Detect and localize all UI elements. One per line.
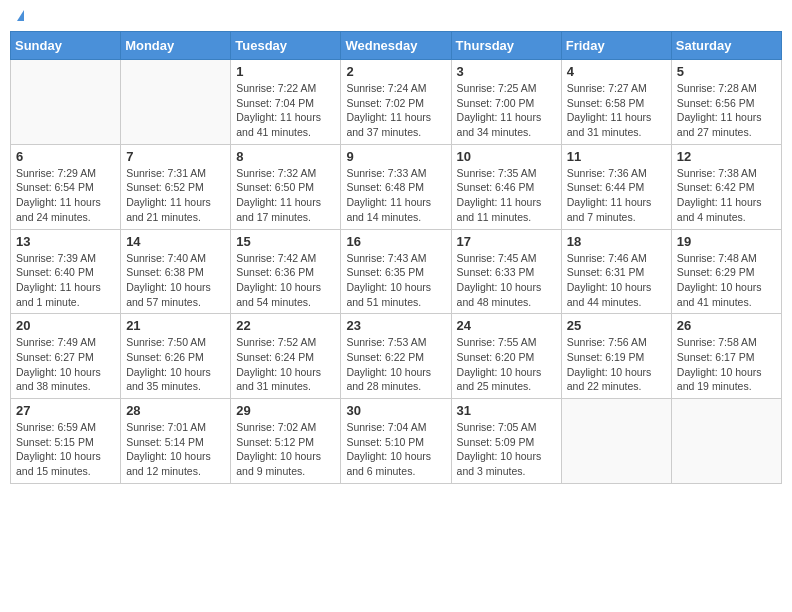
- calendar-week-row: 6Sunrise: 7:29 AM Sunset: 6:54 PM Daylig…: [11, 144, 782, 229]
- calendar-week-row: 27Sunrise: 6:59 AM Sunset: 5:15 PM Dayli…: [11, 399, 782, 484]
- day-info: Sunrise: 7:56 AM Sunset: 6:19 PM Dayligh…: [567, 335, 666, 394]
- day-info: Sunrise: 7:28 AM Sunset: 6:56 PM Dayligh…: [677, 81, 776, 140]
- calendar-cell: 1Sunrise: 7:22 AM Sunset: 7:04 PM Daylig…: [231, 60, 341, 145]
- day-info: Sunrise: 7:39 AM Sunset: 6:40 PM Dayligh…: [16, 251, 115, 310]
- day-number: 9: [346, 149, 445, 164]
- weekday-header-friday: Friday: [561, 32, 671, 60]
- day-number: 16: [346, 234, 445, 249]
- day-number: 23: [346, 318, 445, 333]
- day-info: Sunrise: 7:32 AM Sunset: 6:50 PM Dayligh…: [236, 166, 335, 225]
- weekday-header-row: SundayMondayTuesdayWednesdayThursdayFrid…: [11, 32, 782, 60]
- day-number: 27: [16, 403, 115, 418]
- day-number: 11: [567, 149, 666, 164]
- day-info: Sunrise: 7:55 AM Sunset: 6:20 PM Dayligh…: [457, 335, 556, 394]
- day-info: Sunrise: 7:40 AM Sunset: 6:38 PM Dayligh…: [126, 251, 225, 310]
- weekday-header-tuesday: Tuesday: [231, 32, 341, 60]
- day-number: 30: [346, 403, 445, 418]
- calendar-cell: 13Sunrise: 7:39 AM Sunset: 6:40 PM Dayli…: [11, 229, 121, 314]
- calendar-cell: 17Sunrise: 7:45 AM Sunset: 6:33 PM Dayli…: [451, 229, 561, 314]
- day-number: 18: [567, 234, 666, 249]
- calendar-cell: 6Sunrise: 7:29 AM Sunset: 6:54 PM Daylig…: [11, 144, 121, 229]
- calendar-cell: 31Sunrise: 7:05 AM Sunset: 5:09 PM Dayli…: [451, 399, 561, 484]
- day-info: Sunrise: 7:49 AM Sunset: 6:27 PM Dayligh…: [16, 335, 115, 394]
- calendar-cell: 15Sunrise: 7:42 AM Sunset: 6:36 PM Dayli…: [231, 229, 341, 314]
- calendar-week-row: 13Sunrise: 7:39 AM Sunset: 6:40 PM Dayli…: [11, 229, 782, 314]
- weekday-header-sunday: Sunday: [11, 32, 121, 60]
- day-info: Sunrise: 7:04 AM Sunset: 5:10 PM Dayligh…: [346, 420, 445, 479]
- day-number: 12: [677, 149, 776, 164]
- day-number: 7: [126, 149, 225, 164]
- calendar-cell: 22Sunrise: 7:52 AM Sunset: 6:24 PM Dayli…: [231, 314, 341, 399]
- calendar-cell: 19Sunrise: 7:48 AM Sunset: 6:29 PM Dayli…: [671, 229, 781, 314]
- day-info: Sunrise: 7:50 AM Sunset: 6:26 PM Dayligh…: [126, 335, 225, 394]
- day-number: 5: [677, 64, 776, 79]
- logo: [14, 10, 24, 23]
- day-number: 22: [236, 318, 335, 333]
- calendar-cell: 24Sunrise: 7:55 AM Sunset: 6:20 PM Dayli…: [451, 314, 561, 399]
- calendar-cell: 7Sunrise: 7:31 AM Sunset: 6:52 PM Daylig…: [121, 144, 231, 229]
- day-number: 20: [16, 318, 115, 333]
- day-number: 3: [457, 64, 556, 79]
- calendar-cell: 30Sunrise: 7:04 AM Sunset: 5:10 PM Dayli…: [341, 399, 451, 484]
- calendar-week-row: 20Sunrise: 7:49 AM Sunset: 6:27 PM Dayli…: [11, 314, 782, 399]
- day-number: 26: [677, 318, 776, 333]
- day-info: Sunrise: 7:27 AM Sunset: 6:58 PM Dayligh…: [567, 81, 666, 140]
- day-info: Sunrise: 7:52 AM Sunset: 6:24 PM Dayligh…: [236, 335, 335, 394]
- day-number: 8: [236, 149, 335, 164]
- day-info: Sunrise: 7:31 AM Sunset: 6:52 PM Dayligh…: [126, 166, 225, 225]
- day-info: Sunrise: 7:46 AM Sunset: 6:31 PM Dayligh…: [567, 251, 666, 310]
- calendar-cell: 10Sunrise: 7:35 AM Sunset: 6:46 PM Dayli…: [451, 144, 561, 229]
- day-info: Sunrise: 7:24 AM Sunset: 7:02 PM Dayligh…: [346, 81, 445, 140]
- day-info: Sunrise: 7:22 AM Sunset: 7:04 PM Dayligh…: [236, 81, 335, 140]
- calendar-cell: [11, 60, 121, 145]
- calendar-cell: 18Sunrise: 7:46 AM Sunset: 6:31 PM Dayli…: [561, 229, 671, 314]
- calendar-cell: 29Sunrise: 7:02 AM Sunset: 5:12 PM Dayli…: [231, 399, 341, 484]
- calendar-cell: [121, 60, 231, 145]
- calendar-cell: 14Sunrise: 7:40 AM Sunset: 6:38 PM Dayli…: [121, 229, 231, 314]
- day-number: 2: [346, 64, 445, 79]
- day-number: 17: [457, 234, 556, 249]
- day-number: 25: [567, 318, 666, 333]
- day-info: Sunrise: 6:59 AM Sunset: 5:15 PM Dayligh…: [16, 420, 115, 479]
- day-number: 4: [567, 64, 666, 79]
- calendar-cell: 25Sunrise: 7:56 AM Sunset: 6:19 PM Dayli…: [561, 314, 671, 399]
- weekday-header-saturday: Saturday: [671, 32, 781, 60]
- calendar-cell: 16Sunrise: 7:43 AM Sunset: 6:35 PM Dayli…: [341, 229, 451, 314]
- day-info: Sunrise: 7:36 AM Sunset: 6:44 PM Dayligh…: [567, 166, 666, 225]
- calendar-cell: 23Sunrise: 7:53 AM Sunset: 6:22 PM Dayli…: [341, 314, 451, 399]
- day-info: Sunrise: 7:58 AM Sunset: 6:17 PM Dayligh…: [677, 335, 776, 394]
- day-number: 31: [457, 403, 556, 418]
- calendar-table: SundayMondayTuesdayWednesdayThursdayFrid…: [10, 31, 782, 484]
- calendar-cell: 12Sunrise: 7:38 AM Sunset: 6:42 PM Dayli…: [671, 144, 781, 229]
- calendar-cell: 28Sunrise: 7:01 AM Sunset: 5:14 PM Dayli…: [121, 399, 231, 484]
- day-number: 14: [126, 234, 225, 249]
- day-number: 1: [236, 64, 335, 79]
- calendar-cell: 2Sunrise: 7:24 AM Sunset: 7:02 PM Daylig…: [341, 60, 451, 145]
- calendar-cell: 11Sunrise: 7:36 AM Sunset: 6:44 PM Dayli…: [561, 144, 671, 229]
- day-info: Sunrise: 7:29 AM Sunset: 6:54 PM Dayligh…: [16, 166, 115, 225]
- page-header: [10, 10, 782, 23]
- weekday-header-thursday: Thursday: [451, 32, 561, 60]
- logo-triangle-icon: [17, 10, 24, 21]
- day-info: Sunrise: 7:25 AM Sunset: 7:00 PM Dayligh…: [457, 81, 556, 140]
- day-info: Sunrise: 7:05 AM Sunset: 5:09 PM Dayligh…: [457, 420, 556, 479]
- day-number: 21: [126, 318, 225, 333]
- day-info: Sunrise: 7:02 AM Sunset: 5:12 PM Dayligh…: [236, 420, 335, 479]
- calendar-cell: 3Sunrise: 7:25 AM Sunset: 7:00 PM Daylig…: [451, 60, 561, 145]
- day-info: Sunrise: 7:01 AM Sunset: 5:14 PM Dayligh…: [126, 420, 225, 479]
- day-number: 10: [457, 149, 556, 164]
- calendar-cell: [561, 399, 671, 484]
- day-info: Sunrise: 7:48 AM Sunset: 6:29 PM Dayligh…: [677, 251, 776, 310]
- day-number: 24: [457, 318, 556, 333]
- calendar-cell: 5Sunrise: 7:28 AM Sunset: 6:56 PM Daylig…: [671, 60, 781, 145]
- calendar-cell: [671, 399, 781, 484]
- day-info: Sunrise: 7:53 AM Sunset: 6:22 PM Dayligh…: [346, 335, 445, 394]
- calendar-cell: 27Sunrise: 6:59 AM Sunset: 5:15 PM Dayli…: [11, 399, 121, 484]
- calendar-week-row: 1Sunrise: 7:22 AM Sunset: 7:04 PM Daylig…: [11, 60, 782, 145]
- day-info: Sunrise: 7:43 AM Sunset: 6:35 PM Dayligh…: [346, 251, 445, 310]
- day-info: Sunrise: 7:42 AM Sunset: 6:36 PM Dayligh…: [236, 251, 335, 310]
- weekday-header-monday: Monday: [121, 32, 231, 60]
- day-info: Sunrise: 7:35 AM Sunset: 6:46 PM Dayligh…: [457, 166, 556, 225]
- day-number: 15: [236, 234, 335, 249]
- day-number: 28: [126, 403, 225, 418]
